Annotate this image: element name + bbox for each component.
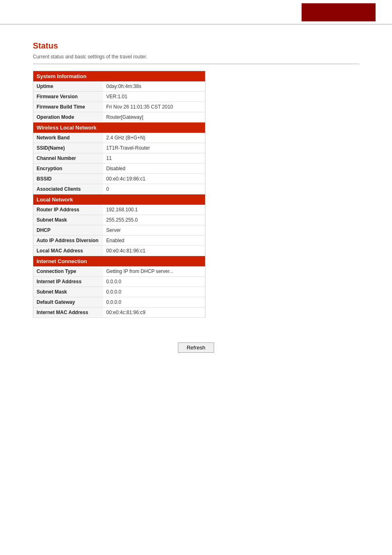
row-value: Fri Nov 26 11:01:35 CST 2010	[103, 102, 205, 112]
row-label: SSID(Name)	[33, 143, 103, 153]
top-bar	[0, 0, 392, 25]
row-label: Uptime	[33, 81, 103, 92]
refresh-button[interactable]: Refresh	[178, 342, 214, 353]
row-label: Local MAC Address	[33, 246, 103, 256]
row-value: Router[Gateway]	[103, 112, 205, 123]
page-title: Status	[33, 41, 359, 51]
row-value: Enabled	[103, 236, 205, 246]
row-value: Server	[103, 225, 205, 236]
main-content: Status Current status and basic settings…	[0, 25, 392, 369]
table-row: Operation ModeRouter[Gateway]	[33, 112, 205, 123]
table-row: Firmware Build TimeFri Nov 26 11:01:35 C…	[33, 102, 205, 112]
row-label: Connection Type	[33, 266, 103, 277]
row-label: Associated Clients	[33, 184, 103, 194]
row-label: Default Gateway	[33, 297, 103, 308]
row-label: Internet MAC Address	[33, 308, 103, 318]
section-header-0: System Information	[33, 71, 205, 82]
table-row: Local MAC Address00:e0:4c:81:96:c1	[33, 246, 205, 256]
row-label: Network Band	[33, 133, 103, 143]
row-value: 00:e0:4c:19:86:c1	[103, 174, 205, 184]
row-value: Disabled	[103, 164, 205, 174]
row-value: 00:e0:4c:81:96:c9	[103, 308, 205, 318]
table-row: Connection TypeGetting IP from DHCP serv…	[33, 266, 205, 277]
table-row: Router IP Address192.168.100.1	[33, 205, 205, 215]
section-header-2: Local Network	[33, 194, 205, 205]
row-label: Channel Number	[33, 153, 103, 164]
row-label: DHCP	[33, 225, 103, 236]
table-row: EncryptionDisabled	[33, 164, 205, 174]
table-row: BSSID00:e0:4c:19:86:c1	[33, 174, 205, 184]
page-description: Current status and basic settings of the…	[33, 54, 359, 64]
table-row: Subnet Mask255.255.255.0	[33, 215, 205, 225]
row-value: 0.0.0.0	[103, 277, 205, 287]
row-label: Internet IP Address	[33, 277, 103, 287]
section-header-1: Wireless Local Network	[33, 123, 205, 133]
table-row: DHCPServer	[33, 225, 205, 236]
row-value: 1T1R-Travel-Router	[103, 143, 205, 153]
table-row: Associated Clients0	[33, 184, 205, 194]
table-row: Internet MAC Address00:e0:4c:81:96:c9	[33, 308, 205, 318]
row-label: Subnet Mask	[33, 215, 103, 225]
row-label: Encryption	[33, 164, 103, 174]
row-value: 192.168.100.1	[103, 205, 205, 215]
row-value: 00:e0:4c:81:96:c1	[103, 246, 205, 256]
row-value: 255.255.255.0	[103, 215, 205, 225]
table-row: Internet IP Address0.0.0.0	[33, 277, 205, 287]
row-value: 0.0.0.0	[103, 287, 205, 297]
refresh-area: Refresh	[33, 342, 359, 353]
row-label: Operation Mode	[33, 112, 103, 123]
section-header-3: Internet Connection	[33, 256, 205, 267]
row-value: Getting IP from DHCP server...	[103, 266, 205, 277]
row-label: Router IP Address	[33, 205, 103, 215]
row-label: Firmware Version	[33, 92, 103, 102]
table-row: Default Gateway0.0.0.0	[33, 297, 205, 308]
table-row: Auto IP Address DiversionEnabled	[33, 236, 205, 246]
row-label: BSSID	[33, 174, 103, 184]
table-row: Subnet Mask0.0.0.0	[33, 287, 205, 297]
table-row: Uptime0day:0h:4m:38s	[33, 81, 205, 92]
row-value: 2.4 GHz (B+G+N)	[103, 133, 205, 143]
row-value: VER:1.01	[103, 92, 205, 102]
row-label: Firmware Build Time	[33, 102, 103, 112]
row-value: 0day:0h:4m:38s	[103, 81, 205, 92]
row-label: Auto IP Address Diversion	[33, 236, 103, 246]
row-value: 11	[103, 153, 205, 164]
table-row: SSID(Name)1T1R-Travel-Router	[33, 143, 205, 153]
row-value: 0.0.0.0	[103, 297, 205, 308]
top-bar-accent	[302, 3, 376, 21]
table-row: Network Band2.4 GHz (B+G+N)	[33, 133, 205, 143]
status-table: System InformationUptime0day:0h:4m:38sFi…	[33, 71, 205, 318]
table-row: Channel Number11	[33, 153, 205, 164]
row-label: Subnet Mask	[33, 287, 103, 297]
table-row: Firmware VersionVER:1.01	[33, 92, 205, 102]
row-value: 0	[103, 184, 205, 194]
